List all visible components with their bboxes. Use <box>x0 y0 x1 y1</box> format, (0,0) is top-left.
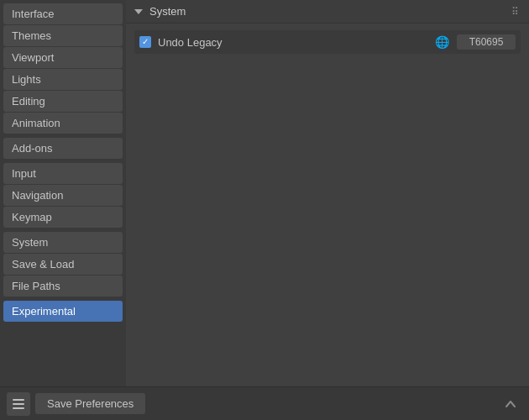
sidebar-item-navigation[interactable]: Navigation <box>3 185 123 206</box>
undo-legacy-value: T60695 <box>457 34 516 50</box>
preference-row-undo-legacy: Undo Legacy 🌐 T60695 <box>134 30 521 54</box>
globe-icon[interactable]: 🌐 <box>433 34 450 50</box>
triangle-icon[interactable] <box>134 9 143 14</box>
sidebar-group-system: System Save & Load File Paths <box>3 232 123 297</box>
sidebar-item-input[interactable]: Input <box>3 163 123 184</box>
main-content: System ⠿ Undo Legacy 🌐 T60695 <box>126 0 529 386</box>
chevron-up-icon <box>505 401 516 407</box>
hamburger-line-3 <box>13 407 24 409</box>
sidebar-item-system[interactable]: System <box>3 232 123 253</box>
save-preferences-button[interactable]: Save Preferences <box>35 393 145 414</box>
sidebar-item-interface[interactable]: Interface <box>3 3 123 24</box>
section-body: Undo Legacy 🌐 T60695 <box>126 24 529 386</box>
sidebar-item-file-paths[interactable]: File Paths <box>3 276 123 297</box>
undo-legacy-checkbox[interactable] <box>139 36 151 48</box>
sidebar-item-editing[interactable]: Editing <box>3 91 123 112</box>
sidebar-item-add-ons[interactable]: Add-ons <box>3 138 123 159</box>
sidebar-item-animation[interactable]: Animation <box>3 113 123 134</box>
hamburger-menu-button[interactable] <box>7 392 30 416</box>
section-title: System <box>149 5 186 18</box>
sidebar-item-themes[interactable]: Themes <box>3 25 123 46</box>
sidebar-group-addons: Add-ons <box>3 138 123 159</box>
sidebar-item-viewport[interactable]: Viewport <box>3 47 123 68</box>
hamburger-line-1 <box>13 399 24 401</box>
bottom-bar: Save Preferences <box>0 386 529 420</box>
undo-legacy-label: Undo Legacy <box>158 36 427 49</box>
section-dots: ⠿ <box>511 6 521 18</box>
sidebar: Interface Themes Viewport Lights Editing… <box>0 0 126 386</box>
chevron-up-button[interactable] <box>499 392 522 416</box>
section-header: System ⠿ <box>126 0 529 24</box>
app-container: Interface Themes Viewport Lights Editing… <box>0 0 529 386</box>
sidebar-item-save-load[interactable]: Save & Load <box>3 254 123 275</box>
sidebar-group-experimental: Experimental <box>3 301 123 322</box>
sidebar-item-experimental[interactable]: Experimental <box>3 301 123 322</box>
sidebar-item-keymap[interactable]: Keymap <box>3 207 123 228</box>
sidebar-item-lights[interactable]: Lights <box>3 69 123 90</box>
sidebar-group-input: Input Navigation Keymap <box>3 163 123 228</box>
sidebar-group-interface: Interface Themes Viewport Lights Editing… <box>3 3 123 134</box>
hamburger-line-2 <box>13 403 24 405</box>
